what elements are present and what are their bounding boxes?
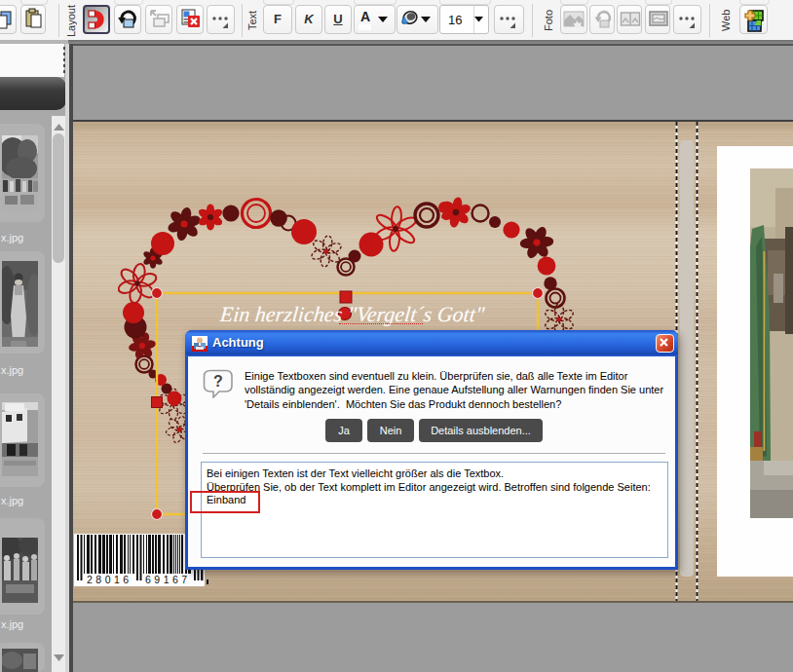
svg-text:69167: 69167 (145, 574, 191, 585)
svg-text:28016: 28016 (87, 574, 132, 585)
svg-text:?: ? (213, 373, 223, 390)
